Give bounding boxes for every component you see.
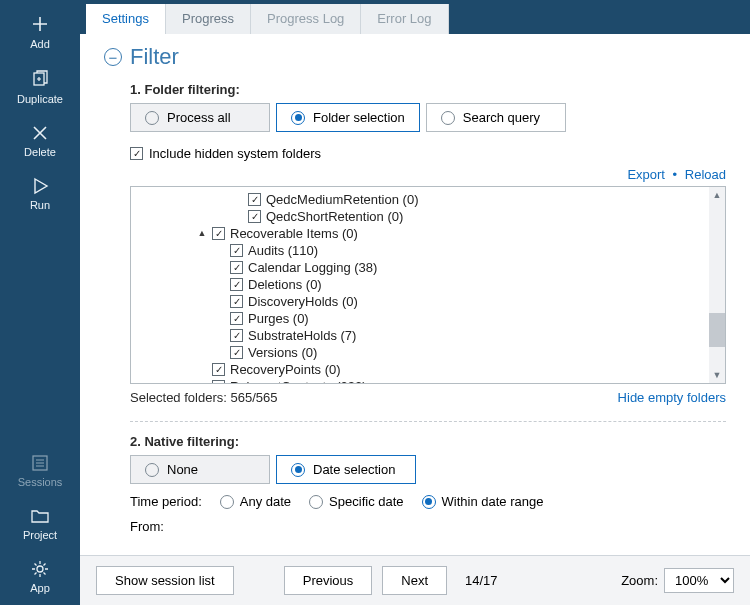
section-divider (130, 421, 726, 422)
tree-item[interactable]: ▲Recoverable Items (0) (131, 225, 725, 242)
scrollbar-track[interactable] (709, 187, 725, 383)
previous-button[interactable]: Previous (284, 566, 373, 595)
sidebar-item-delete[interactable]: Delete (0, 116, 80, 169)
checkbox-icon[interactable] (230, 346, 243, 359)
time-option-specific-date[interactable]: Specific date (309, 494, 403, 509)
tree-item-label: RecoveryPoints (0) (230, 361, 341, 378)
checkbox-icon[interactable] (212, 227, 225, 240)
selected-folders-text: Selected folders: 565/565 (130, 390, 277, 405)
next-button[interactable]: Next (382, 566, 447, 595)
option-process-all[interactable]: Process all (130, 103, 270, 132)
include-hidden-row[interactable]: Include hidden system folders (130, 146, 726, 161)
time-option-within-range[interactable]: Within date range (422, 494, 544, 509)
tree-item-label: Deletions (0) (248, 276, 322, 293)
gear-icon (31, 560, 49, 578)
scrollbar-thumb[interactable] (709, 313, 725, 347)
folder-filtering-options: Process all Folder selection Search quer… (130, 103, 726, 132)
folder-icon (30, 507, 50, 525)
checkbox-icon[interactable] (248, 193, 261, 206)
tree-item-label: DiscoveryHolds (0) (248, 293, 358, 310)
sidebar-item-label: App (30, 582, 50, 594)
option-label: Date selection (313, 462, 395, 477)
scroll-down-icon[interactable]: ▼ (709, 367, 725, 383)
tree-item[interactable]: Calendar Logging (38) (131, 259, 725, 276)
reload-link[interactable]: Reload (685, 167, 726, 182)
tree-item-label: Audits (110) (248, 242, 318, 259)
sidebar-item-label: Duplicate (17, 93, 63, 105)
tree-item-label: RelevantContacts (232) (230, 378, 367, 384)
from-label: From: (130, 519, 726, 534)
sidebar-item-app[interactable]: App (0, 552, 80, 605)
tree-item[interactable]: SubstrateHolds (7) (131, 327, 725, 344)
sidebar-item-label: Project (23, 529, 57, 541)
scroll-up-icon[interactable]: ▲ (709, 187, 725, 203)
export-link[interactable]: Export (627, 167, 665, 182)
tree-item[interactable]: QedcShortRetention (0) (131, 208, 725, 225)
radio-icon (441, 111, 455, 125)
tree-item-label: Purges (0) (248, 310, 309, 327)
checkbox-icon[interactable] (248, 210, 261, 223)
time-period-label: Time period: (130, 494, 202, 509)
tab-error-log[interactable]: Error Log (361, 4, 448, 34)
checkbox-icon[interactable] (212, 363, 225, 376)
radio-icon (422, 495, 436, 509)
option-label: Specific date (329, 494, 403, 509)
tree-item[interactable]: Versions (0) (131, 344, 725, 361)
tree-item[interactable]: DiscoveryHolds (0) (131, 293, 725, 310)
option-search-query[interactable]: Search query (426, 103, 566, 132)
time-option-any-date[interactable]: Any date (220, 494, 291, 509)
sidebar-item-label: Run (30, 199, 50, 211)
show-session-list-button[interactable]: Show session list (96, 566, 234, 595)
section-title: Filter (130, 44, 179, 70)
tree-item[interactable]: Purges (0) (131, 310, 725, 327)
checkbox-icon[interactable] (230, 244, 243, 257)
tab-strip: Settings Progress Progress Log Error Log (80, 0, 750, 34)
sidebar-item-duplicate[interactable]: Duplicate (0, 61, 80, 116)
sidebar-item-label: Delete (24, 146, 56, 158)
sidebar-item-add[interactable]: Add (0, 6, 80, 61)
option-label: Search query (463, 110, 540, 125)
checkbox-icon[interactable] (130, 147, 143, 160)
hide-empty-folders-link[interactable]: Hide empty folders (618, 390, 726, 405)
tab-progress-log[interactable]: Progress Log (251, 4, 361, 34)
checkbox-icon[interactable] (230, 261, 243, 274)
tree-item-label: Calendar Logging (38) (248, 259, 377, 276)
checkbox-icon[interactable] (230, 329, 243, 342)
tab-progress[interactable]: Progress (166, 4, 251, 34)
tree-item-label: QedcMediumRetention (0) (266, 191, 418, 208)
checkbox-icon[interactable] (230, 278, 243, 291)
folder-tree[interactable]: QedcMediumRetention (0)QedcShortRetentio… (130, 186, 726, 384)
option-label: Within date range (442, 494, 544, 509)
sidebar-item-run[interactable]: Run (0, 169, 80, 222)
svg-point-2 (37, 566, 43, 572)
section-header-filter[interactable]: − Filter (104, 44, 726, 70)
left-sidebar: Add Duplicate Delete Run Sessions Projec… (0, 0, 80, 605)
checkbox-icon[interactable] (230, 295, 243, 308)
collapse-icon[interactable]: − (104, 48, 122, 66)
zoom-select[interactable]: 100% (664, 568, 734, 593)
play-icon (31, 177, 49, 195)
radio-icon (220, 495, 234, 509)
radio-icon (291, 111, 305, 125)
zoom-label: Zoom: (621, 573, 658, 588)
tree-item[interactable]: RecoveryPoints (0) (131, 361, 725, 378)
option-folder-selection[interactable]: Folder selection (276, 103, 420, 132)
tree-item[interactable]: Deletions (0) (131, 276, 725, 293)
tree-item[interactable]: QedcMediumRetention (0) (131, 191, 725, 208)
radio-icon (145, 111, 159, 125)
tree-item-label: Versions (0) (248, 344, 317, 361)
sidebar-item-label: Sessions (18, 476, 63, 488)
bottom-bar: Show session list Previous Next 14/17 Zo… (80, 555, 750, 605)
tab-settings[interactable]: Settings (86, 4, 166, 34)
expander-icon[interactable]: ▲ (197, 225, 207, 242)
option-label: Process all (167, 110, 231, 125)
sidebar-item-project[interactable]: Project (0, 499, 80, 552)
main-panel: − Filter 1. Folder filtering: Process al… (80, 34, 750, 555)
option-date-selection[interactable]: Date selection (276, 455, 416, 484)
checkbox-icon[interactable] (230, 312, 243, 325)
checkbox-icon[interactable] (212, 380, 225, 384)
tree-item[interactable]: RelevantContacts (232) (131, 378, 725, 384)
tree-item[interactable]: Audits (110) (131, 242, 725, 259)
option-none[interactable]: None (130, 455, 270, 484)
radio-icon (309, 495, 323, 509)
